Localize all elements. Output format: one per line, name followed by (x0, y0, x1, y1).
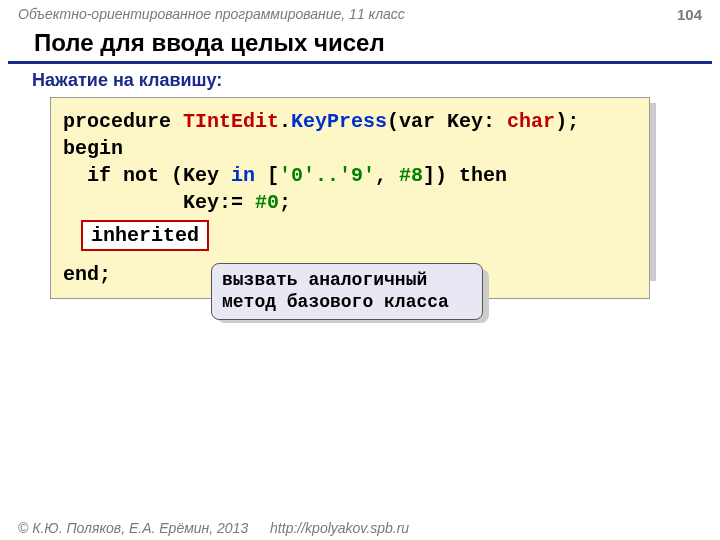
copyright: © К.Ю. Поляков, Е.А. Ерёмин, 2013 (18, 520, 248, 536)
slide-header: Объектно-ориентированное программировани… (0, 0, 720, 25)
footer-url: http://kpolyakov.spb.ru (270, 520, 409, 536)
code-block: procedure TIntEdit.KeyPress(var Key: cha… (50, 97, 650, 299)
inherited-keyword-box: inherited (81, 220, 209, 251)
code-content: procedure TIntEdit.KeyPress(var Key: cha… (50, 97, 650, 299)
code-line-1: procedure TIntEdit.KeyPress(var Key: cha… (63, 108, 637, 135)
code-line-2: begin (63, 135, 637, 162)
callout-box: вызвать аналогичный метод базового класс… (211, 263, 483, 320)
slide-footer: © К.Ю. Поляков, Е.А. Ерёмин, 2013 http:/… (18, 520, 409, 536)
course-name: Объектно-ориентированное программировани… (18, 6, 405, 23)
code-line-4: Key:= #0; (63, 189, 637, 216)
code-line-3: if not (Key in ['0'..'9', #8]) then (63, 162, 637, 189)
page-title: Поле для ввода целых чисел (8, 25, 712, 64)
callout-text: вызвать аналогичный метод базового класс… (211, 263, 483, 320)
page-number: 104 (677, 6, 702, 23)
section-subtitle: Нажатие на клавишу: (0, 70, 720, 97)
